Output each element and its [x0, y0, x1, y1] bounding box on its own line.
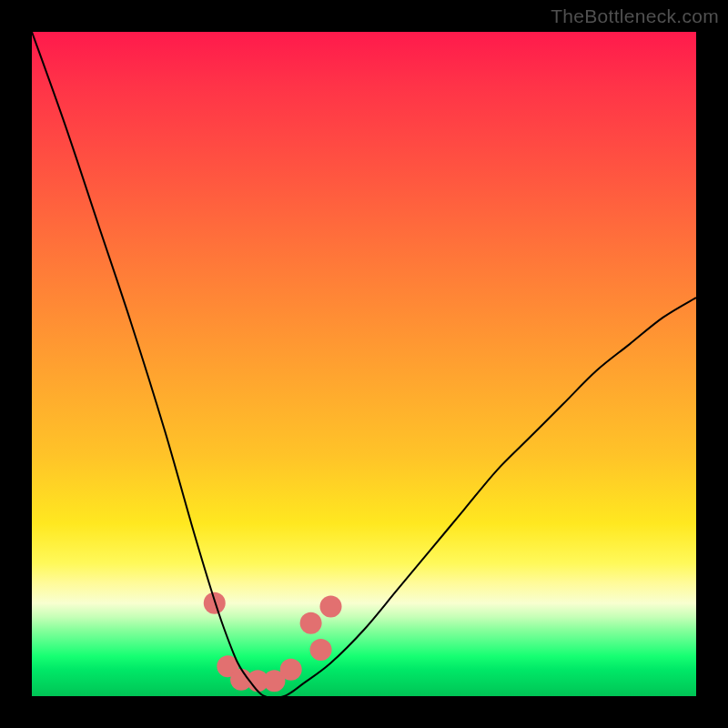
bottleneck-curve — [32, 32, 696, 696]
chart-frame: TheBottleneck.com — [0, 0, 728, 728]
data-markers — [204, 592, 342, 692]
data-marker — [280, 659, 302, 681]
data-marker — [320, 595, 342, 617]
data-marker — [310, 639, 332, 661]
watermark-text: TheBottleneck.com — [551, 5, 719, 27]
chart-svg — [32, 32, 696, 696]
data-marker — [300, 612, 322, 634]
plot-area — [32, 32, 696, 696]
